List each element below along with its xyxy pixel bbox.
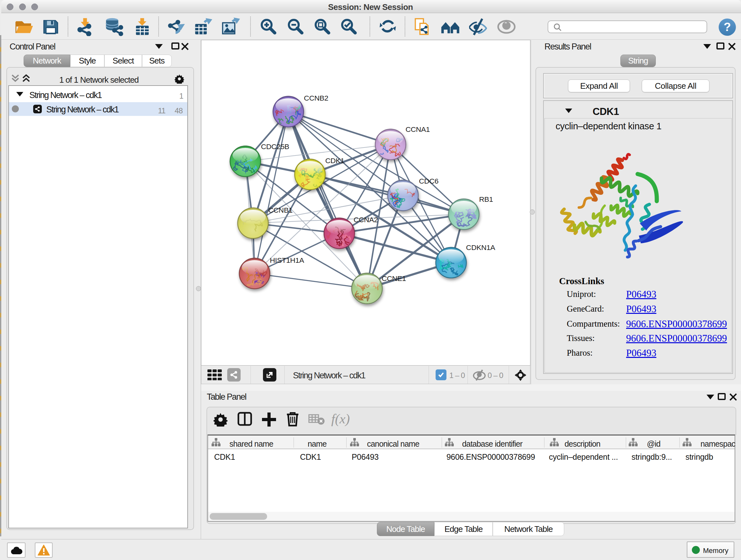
svg-text:CCNE1: CCNE1 — [382, 274, 406, 283]
svg-text:RB1: RB1 — [479, 195, 493, 203]
svg-text:CDC6: CDC6 — [419, 177, 439, 185]
svg-text:CCNB1: CCNB1 — [268, 206, 293, 214]
svg-text:CCNB2: CCNB2 — [304, 94, 328, 102]
svg-text:HIST1H1A: HIST1H1A — [270, 256, 305, 264]
svg-text:CDC25B: CDC25B — [261, 142, 289, 151]
svg-text:CCNA1: CCNA1 — [406, 125, 430, 133]
svg-text:CCNA2: CCNA2 — [354, 215, 378, 224]
svg-text:CDKN1A: CDKN1A — [466, 243, 495, 252]
svg-text:CDK1: CDK1 — [325, 157, 344, 165]
